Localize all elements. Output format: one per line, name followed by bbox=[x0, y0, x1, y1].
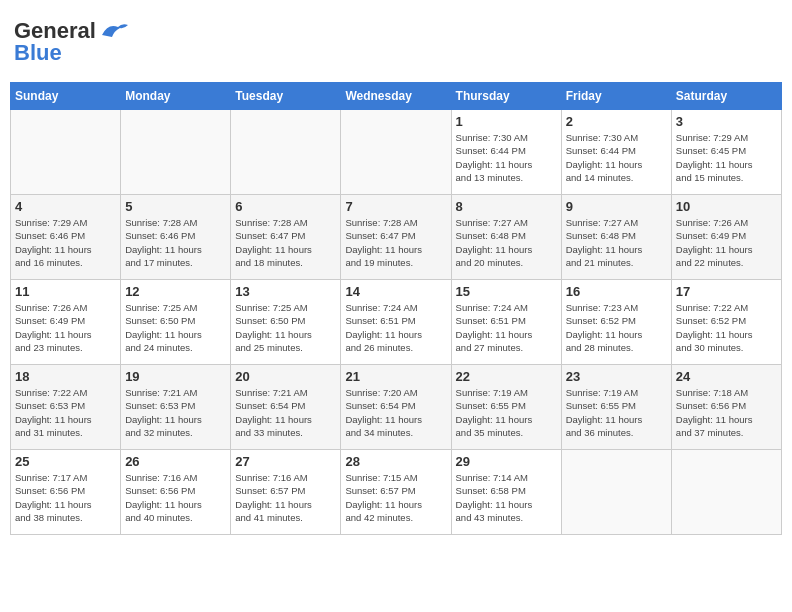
calendar-cell: 25Sunrise: 7:17 AM Sunset: 6:56 PM Dayli… bbox=[11, 450, 121, 535]
day-number: 7 bbox=[345, 199, 446, 214]
day-info: Sunrise: 7:20 AM Sunset: 6:54 PM Dayligh… bbox=[345, 386, 446, 439]
day-number: 19 bbox=[125, 369, 226, 384]
day-number: 23 bbox=[566, 369, 667, 384]
day-number: 22 bbox=[456, 369, 557, 384]
calendar-cell: 15Sunrise: 7:24 AM Sunset: 6:51 PM Dayli… bbox=[451, 280, 561, 365]
day-number: 9 bbox=[566, 199, 667, 214]
day-info: Sunrise: 7:25 AM Sunset: 6:50 PM Dayligh… bbox=[125, 301, 226, 354]
day-number: 1 bbox=[456, 114, 557, 129]
day-number: 11 bbox=[15, 284, 116, 299]
day-info: Sunrise: 7:14 AM Sunset: 6:58 PM Dayligh… bbox=[456, 471, 557, 524]
day-number: 24 bbox=[676, 369, 777, 384]
day-info: Sunrise: 7:27 AM Sunset: 6:48 PM Dayligh… bbox=[566, 216, 667, 269]
day-number: 5 bbox=[125, 199, 226, 214]
day-info: Sunrise: 7:15 AM Sunset: 6:57 PM Dayligh… bbox=[345, 471, 446, 524]
day-number: 15 bbox=[456, 284, 557, 299]
day-info: Sunrise: 7:19 AM Sunset: 6:55 PM Dayligh… bbox=[456, 386, 557, 439]
calendar-cell: 12Sunrise: 7:25 AM Sunset: 6:50 PM Dayli… bbox=[121, 280, 231, 365]
day-info: Sunrise: 7:16 AM Sunset: 6:57 PM Dayligh… bbox=[235, 471, 336, 524]
logo-blue: Blue bbox=[14, 40, 62, 66]
day-info: Sunrise: 7:17 AM Sunset: 6:56 PM Dayligh… bbox=[15, 471, 116, 524]
weekday-header: Wednesday bbox=[341, 83, 451, 110]
day-info: Sunrise: 7:22 AM Sunset: 6:52 PM Dayligh… bbox=[676, 301, 777, 354]
day-info: Sunrise: 7:26 AM Sunset: 6:49 PM Dayligh… bbox=[15, 301, 116, 354]
day-number: 6 bbox=[235, 199, 336, 214]
calendar-cell: 26Sunrise: 7:16 AM Sunset: 6:56 PM Dayli… bbox=[121, 450, 231, 535]
day-info: Sunrise: 7:27 AM Sunset: 6:48 PM Dayligh… bbox=[456, 216, 557, 269]
calendar-cell: 18Sunrise: 7:22 AM Sunset: 6:53 PM Dayli… bbox=[11, 365, 121, 450]
day-info: Sunrise: 7:19 AM Sunset: 6:55 PM Dayligh… bbox=[566, 386, 667, 439]
calendar-cell: 24Sunrise: 7:18 AM Sunset: 6:56 PM Dayli… bbox=[671, 365, 781, 450]
calendar-cell: 8Sunrise: 7:27 AM Sunset: 6:48 PM Daylig… bbox=[451, 195, 561, 280]
calendar-cell: 22Sunrise: 7:19 AM Sunset: 6:55 PM Dayli… bbox=[451, 365, 561, 450]
calendar-cell bbox=[231, 110, 341, 195]
calendar-cell bbox=[341, 110, 451, 195]
day-info: Sunrise: 7:30 AM Sunset: 6:44 PM Dayligh… bbox=[566, 131, 667, 184]
calendar-cell: 2Sunrise: 7:30 AM Sunset: 6:44 PM Daylig… bbox=[561, 110, 671, 195]
calendar-cell: 20Sunrise: 7:21 AM Sunset: 6:54 PM Dayli… bbox=[231, 365, 341, 450]
day-info: Sunrise: 7:26 AM Sunset: 6:49 PM Dayligh… bbox=[676, 216, 777, 269]
calendar-cell: 16Sunrise: 7:23 AM Sunset: 6:52 PM Dayli… bbox=[561, 280, 671, 365]
day-info: Sunrise: 7:29 AM Sunset: 6:45 PM Dayligh… bbox=[676, 131, 777, 184]
calendar-cell: 13Sunrise: 7:25 AM Sunset: 6:50 PM Dayli… bbox=[231, 280, 341, 365]
weekday-header: Thursday bbox=[451, 83, 561, 110]
day-number: 29 bbox=[456, 454, 557, 469]
calendar-cell: 21Sunrise: 7:20 AM Sunset: 6:54 PM Dayli… bbox=[341, 365, 451, 450]
calendar-cell: 7Sunrise: 7:28 AM Sunset: 6:47 PM Daylig… bbox=[341, 195, 451, 280]
day-number: 26 bbox=[125, 454, 226, 469]
day-info: Sunrise: 7:24 AM Sunset: 6:51 PM Dayligh… bbox=[345, 301, 446, 354]
day-number: 18 bbox=[15, 369, 116, 384]
calendar-cell: 9Sunrise: 7:27 AM Sunset: 6:48 PM Daylig… bbox=[561, 195, 671, 280]
day-number: 10 bbox=[676, 199, 777, 214]
calendar-cell bbox=[11, 110, 121, 195]
calendar-cell: 19Sunrise: 7:21 AM Sunset: 6:53 PM Dayli… bbox=[121, 365, 231, 450]
calendar-cell: 6Sunrise: 7:28 AM Sunset: 6:47 PM Daylig… bbox=[231, 195, 341, 280]
calendar-cell: 4Sunrise: 7:29 AM Sunset: 6:46 PM Daylig… bbox=[11, 195, 121, 280]
calendar-cell: 28Sunrise: 7:15 AM Sunset: 6:57 PM Dayli… bbox=[341, 450, 451, 535]
day-number: 8 bbox=[456, 199, 557, 214]
day-number: 16 bbox=[566, 284, 667, 299]
day-number: 28 bbox=[345, 454, 446, 469]
day-number: 2 bbox=[566, 114, 667, 129]
calendar-table: SundayMondayTuesdayWednesdayThursdayFrid… bbox=[10, 82, 782, 535]
day-number: 3 bbox=[676, 114, 777, 129]
day-info: Sunrise: 7:30 AM Sunset: 6:44 PM Dayligh… bbox=[456, 131, 557, 184]
calendar-cell: 5Sunrise: 7:28 AM Sunset: 6:46 PM Daylig… bbox=[121, 195, 231, 280]
logo-bird-icon bbox=[98, 21, 130, 41]
day-number: 14 bbox=[345, 284, 446, 299]
day-number: 21 bbox=[345, 369, 446, 384]
weekday-header: Saturday bbox=[671, 83, 781, 110]
day-info: Sunrise: 7:28 AM Sunset: 6:46 PM Dayligh… bbox=[125, 216, 226, 269]
day-number: 13 bbox=[235, 284, 336, 299]
weekday-header: Sunday bbox=[11, 83, 121, 110]
calendar-cell: 11Sunrise: 7:26 AM Sunset: 6:49 PM Dayli… bbox=[11, 280, 121, 365]
weekday-header: Friday bbox=[561, 83, 671, 110]
day-number: 25 bbox=[15, 454, 116, 469]
calendar-cell: 17Sunrise: 7:22 AM Sunset: 6:52 PM Dayli… bbox=[671, 280, 781, 365]
day-info: Sunrise: 7:18 AM Sunset: 6:56 PM Dayligh… bbox=[676, 386, 777, 439]
day-info: Sunrise: 7:29 AM Sunset: 6:46 PM Dayligh… bbox=[15, 216, 116, 269]
day-number: 12 bbox=[125, 284, 226, 299]
calendar-cell: 3Sunrise: 7:29 AM Sunset: 6:45 PM Daylig… bbox=[671, 110, 781, 195]
day-number: 27 bbox=[235, 454, 336, 469]
calendar-cell: 14Sunrise: 7:24 AM Sunset: 6:51 PM Dayli… bbox=[341, 280, 451, 365]
day-info: Sunrise: 7:25 AM Sunset: 6:50 PM Dayligh… bbox=[235, 301, 336, 354]
calendar-cell: 10Sunrise: 7:26 AM Sunset: 6:49 PM Dayli… bbox=[671, 195, 781, 280]
calendar-cell: 1Sunrise: 7:30 AM Sunset: 6:44 PM Daylig… bbox=[451, 110, 561, 195]
page-header: General Blue bbox=[10, 10, 782, 74]
day-number: 20 bbox=[235, 369, 336, 384]
calendar-cell bbox=[671, 450, 781, 535]
calendar-cell bbox=[121, 110, 231, 195]
logo: General Blue bbox=[14, 18, 130, 66]
day-number: 17 bbox=[676, 284, 777, 299]
day-info: Sunrise: 7:28 AM Sunset: 6:47 PM Dayligh… bbox=[235, 216, 336, 269]
day-info: Sunrise: 7:21 AM Sunset: 6:53 PM Dayligh… bbox=[125, 386, 226, 439]
day-number: 4 bbox=[15, 199, 116, 214]
calendar-cell bbox=[561, 450, 671, 535]
day-info: Sunrise: 7:21 AM Sunset: 6:54 PM Dayligh… bbox=[235, 386, 336, 439]
day-info: Sunrise: 7:16 AM Sunset: 6:56 PM Dayligh… bbox=[125, 471, 226, 524]
day-info: Sunrise: 7:24 AM Sunset: 6:51 PM Dayligh… bbox=[456, 301, 557, 354]
calendar-cell: 27Sunrise: 7:16 AM Sunset: 6:57 PM Dayli… bbox=[231, 450, 341, 535]
day-info: Sunrise: 7:28 AM Sunset: 6:47 PM Dayligh… bbox=[345, 216, 446, 269]
calendar-cell: 23Sunrise: 7:19 AM Sunset: 6:55 PM Dayli… bbox=[561, 365, 671, 450]
